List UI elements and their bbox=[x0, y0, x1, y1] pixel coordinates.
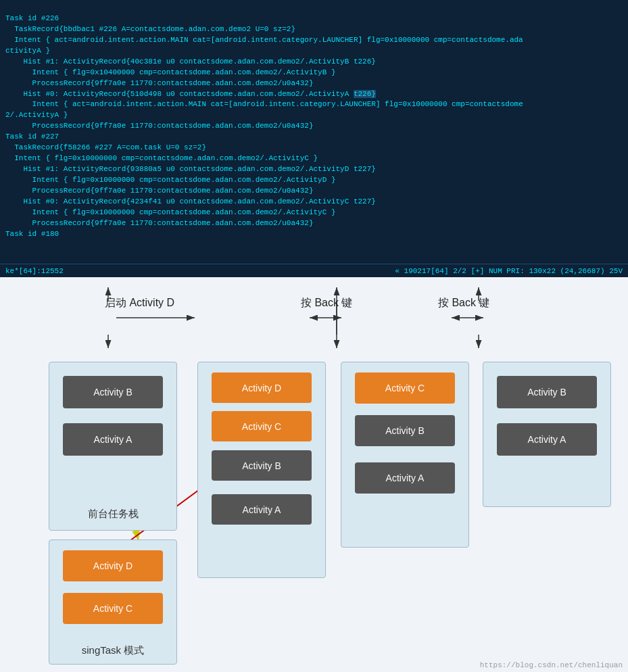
terminal-line: Task id #226 TaskRecord{bbdbac1 #226 A=c… bbox=[5, 14, 523, 238]
stack-3: Activity C Activity B Activity A bbox=[341, 362, 469, 548]
stack3-activity-b: Activity B bbox=[355, 415, 455, 446]
stack-2: Activity D Activity C Activity B Activit… bbox=[197, 362, 326, 578]
stack2-activity-d: Activity D bbox=[212, 373, 312, 403]
stack3-activity-a: Activity A bbox=[355, 462, 455, 494]
back-label-2: 按 Back 键 bbox=[438, 296, 489, 310]
stack1-label: 前台任务栈 bbox=[49, 508, 176, 521]
stack1-activity-a: Activity A bbox=[63, 423, 163, 456]
bottom-activity-c: Activity C bbox=[63, 593, 163, 624]
stack4-activity-b: Activity B bbox=[497, 376, 597, 408]
stack2-activity-c: Activity C bbox=[212, 411, 312, 441]
stack-1: Activity B Activity A 前台任务栈 bbox=[49, 362, 177, 531]
terminal-output: Task id #226 TaskRecord{bbdbac1 #226 A=c… bbox=[0, 0, 628, 264]
status-bar: ke*[64]:12552 « 190217[64] 2/2 [+] NUM P… bbox=[0, 264, 628, 277]
back-label-1: 按 Back 键 bbox=[301, 296, 352, 310]
bottom-stack: Activity D Activity C singTask 模式 bbox=[49, 539, 177, 665]
launch-label: 启动 Activity D bbox=[105, 296, 174, 310]
stack2-activity-b: Activity B bbox=[212, 450, 312, 481]
csdn-watermark: https://blog.csdn.net/chenliquan bbox=[480, 661, 623, 669]
stack-4: Activity B Activity A bbox=[483, 362, 611, 507]
bottom-activity-d: Activity D bbox=[63, 550, 163, 581]
stack4-activity-a: Activity A bbox=[497, 423, 597, 456]
bottom-stack-label: singTask 模式 bbox=[49, 644, 176, 657]
stack3-activity-c: Activity C bbox=[355, 373, 455, 404]
status-right: « 190217[64] 2/2 [+] NUM PRI: 130x22 (24… bbox=[395, 267, 623, 275]
status-left: ke*[64]:12552 bbox=[5, 267, 64, 275]
stack2-activity-a: Activity A bbox=[212, 494, 312, 525]
stack1-activity-b: Activity B bbox=[63, 376, 163, 408]
diagram-area: 启动 Activity D 按 Back 键 按 Back 键 Activity… bbox=[0, 277, 628, 672]
